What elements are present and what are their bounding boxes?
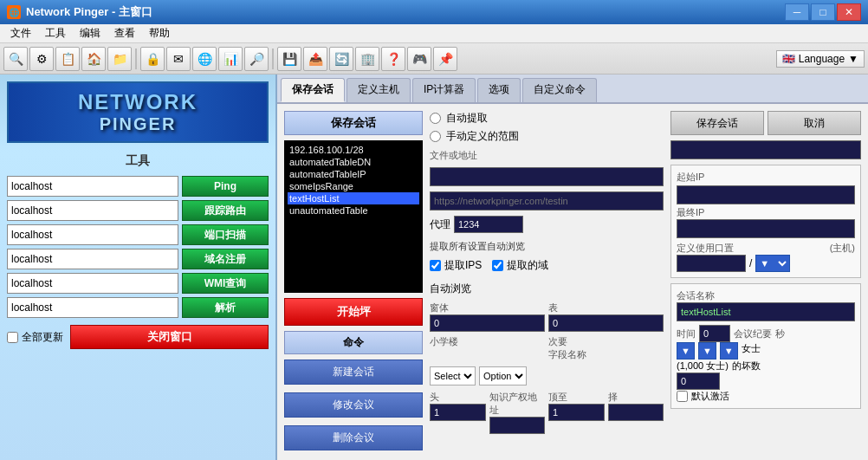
close-window-button[interactable]: 关闭窗口: [70, 325, 269, 349]
toolbar-btn-9[interactable]: 📊: [218, 47, 243, 71]
ip-input[interactable]: [489, 417, 546, 434]
choose-input[interactable]: [608, 404, 664, 421]
select-combo[interactable]: Select: [430, 366, 476, 385]
default-activate-checkbox[interactable]: [677, 391, 688, 402]
port-select[interactable]: ▼: [755, 255, 790, 272]
ping-button[interactable]: Ping: [182, 176, 269, 197]
start-button[interactable]: 开始坪: [284, 298, 423, 326]
tool-row-ping: Ping: [7, 176, 269, 197]
cancel-button[interactable]: 取消: [768, 111, 861, 135]
portscan-button[interactable]: 端口扫描: [182, 224, 269, 245]
resolve-input[interactable]: [7, 297, 178, 318]
menu-tools[interactable]: 工具: [38, 24, 73, 42]
minimize-button[interactable]: ─: [785, 3, 809, 21]
file-input[interactable]: [430, 167, 664, 186]
tool-row-traceroute: 跟踪路由: [7, 200, 269, 221]
top-dark-input[interactable]: [670, 140, 861, 159]
delete-session-button[interactable]: 删除会议: [284, 425, 423, 450]
all-update-label[interactable]: 全部更新: [7, 330, 63, 345]
portscan-input[interactable]: [7, 224, 178, 245]
session-name-input[interactable]: [677, 302, 855, 321]
port-input[interactable]: [677, 255, 746, 272]
wmi-button[interactable]: WMI查询: [182, 273, 269, 294]
toolbar-btn-8[interactable]: 🌐: [192, 47, 217, 71]
close-button[interactable]: ✕: [837, 3, 861, 21]
maximize-button[interactable]: □: [811, 3, 835, 21]
tab-save-session[interactable]: 保存会话: [281, 78, 345, 102]
menu-bar: 文件 工具 编辑 查看 帮助: [0, 24, 868, 43]
save-session-column: 保存会话 192.168.100.1/28 automatedTableDN a…: [284, 111, 423, 453]
traceroute-input[interactable]: [7, 200, 178, 221]
tab-custom-cmd[interactable]: 自定义命令: [522, 78, 597, 102]
resolve-button[interactable]: 解析: [182, 297, 269, 318]
wmi-input[interactable]: [7, 273, 178, 294]
tab-define-host[interactable]: 定义主机: [347, 78, 411, 102]
toolbar-btn-16[interactable]: 🎮: [407, 47, 431, 71]
toolbar-btn-4[interactable]: 🏠: [81, 47, 106, 71]
toolbar-btn-10[interactable]: 🔎: [244, 47, 269, 71]
gender-btn-2[interactable]: ▼: [698, 342, 716, 360]
session-list[interactable]: 192.168.100.1/28 automatedTableDN automa…: [284, 140, 423, 293]
toolbar-btn-5[interactable]: 📁: [107, 47, 132, 71]
head-input[interactable]: [430, 404, 486, 421]
tool-row-domain: 域名注册: [7, 249, 269, 269]
gender-btn-3[interactable]: ▼: [720, 342, 738, 360]
proxy-input[interactable]: [454, 216, 523, 233]
toolbar-btn-17[interactable]: 📌: [433, 47, 457, 71]
toolbar-btn-2[interactable]: ⚙: [29, 47, 54, 71]
check-domain[interactable]: [492, 260, 503, 271]
new-session-button[interactable]: 新建会话: [284, 360, 423, 385]
save-session-button[interactable]: 保存会话: [670, 111, 764, 135]
menu-view[interactable]: 查看: [107, 24, 142, 42]
toolbar-btn-12[interactable]: 📤: [303, 47, 327, 71]
end-ip-input[interactable]: [677, 219, 855, 238]
manual-range-radio[interactable]: 手动定义的范围: [430, 129, 664, 144]
title-bar: 🌐 Network Pinger - 主窗口 ─ □ ✕: [0, 0, 868, 24]
toolbar-btn-15[interactable]: ❓: [381, 47, 405, 71]
domain-button[interactable]: 域名注册: [182, 249, 269, 269]
toolbar-btn-14[interactable]: 🏢: [355, 47, 379, 71]
window-input[interactable]: [430, 314, 545, 332]
toolbar-btn-6[interactable]: 🔒: [140, 47, 165, 71]
toolbar-btn-13[interactable]: 🔄: [329, 47, 353, 71]
check-domain-label[interactable]: 提取的域: [492, 258, 548, 273]
auto-extract-radio[interactable]: 自动提取: [430, 111, 664, 126]
auto-extract-input[interactable]: [430, 113, 441, 124]
manual-range-input[interactable]: [430, 131, 441, 142]
main-content: NETWORK PINGER 工具 Ping 跟踪路由 端口扫描 域名注册 WM…: [0, 75, 868, 460]
session-item-5[interactable]: unautomatedTable: [288, 204, 419, 217]
toolbar-btn-1[interactable]: 🔍: [3, 47, 28, 71]
start-ip-input[interactable]: [677, 185, 855, 204]
time-input[interactable]: [699, 325, 730, 342]
url-input[interactable]: [430, 191, 664, 211]
check-ips[interactable]: [430, 260, 441, 271]
menu-file[interactable]: 文件: [3, 24, 38, 42]
tab-options[interactable]: 选项: [477, 78, 521, 102]
ping-input[interactable]: [7, 176, 178, 197]
count-input[interactable]: [677, 373, 720, 390]
tab-ip-calc[interactable]: IP计算器: [412, 78, 476, 102]
option-combo[interactable]: Option: [479, 366, 527, 385]
session-item-0[interactable]: 192.168.100.1/28: [288, 144, 419, 156]
session-item-4[interactable]: textHostList: [288, 192, 419, 204]
menu-help[interactable]: 帮助: [142, 24, 177, 42]
menu-edit[interactable]: 编辑: [73, 24, 107, 42]
toolbar-btn-3[interactable]: 📋: [55, 47, 80, 71]
all-update-checkbox[interactable]: [7, 332, 18, 343]
language-button[interactable]: 🇬🇧 Language ▼: [776, 50, 865, 68]
session-item-1[interactable]: automatedTableDN: [288, 156, 419, 168]
check-ips-label[interactable]: 提取IPS: [430, 258, 482, 273]
choose-label: 择: [608, 391, 664, 404]
session-item-3[interactable]: someIpsRange: [288, 180, 419, 192]
traceroute-button[interactable]: 跟踪路由: [182, 200, 269, 221]
toolbar-btn-7[interactable]: ✉: [166, 47, 191, 71]
to-input[interactable]: [548, 404, 605, 421]
toolbar-btn-11[interactable]: 💾: [277, 47, 301, 71]
domain-input[interactable]: [7, 249, 178, 269]
session-bottom-section: 会话名称 时间 会议纪要 秒 ▼ ▼ ▼ 女士: [670, 283, 861, 409]
session-item-2[interactable]: automatedTableIP: [288, 168, 419, 180]
host-label: (主机): [830, 242, 855, 255]
gender-btn-1[interactable]: ▼: [677, 342, 695, 360]
table-input[interactable]: [548, 314, 664, 332]
modify-session-button[interactable]: 修改会议: [284, 392, 423, 418]
